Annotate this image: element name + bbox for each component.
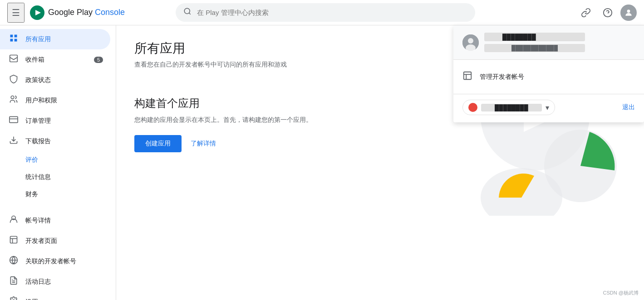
orders-icon [9,115,18,126]
logout-button[interactable]: 退出 [622,103,635,111]
users-icon [9,95,18,106]
logo: Google Play Console [30,5,125,20]
svg-line-3 [189,13,191,14]
popup-header: ████████ ████████████ [453,25,644,60]
manage-account-icon [462,71,472,83]
policy-icon [9,74,18,86]
popup-user-name: ████████ [484,33,585,41]
manage-account-item[interactable]: 管理开发者帐号 [453,65,644,88]
orders-label: 订单管理 [25,117,103,125]
linked-accounts-label: 关联的开发者帐号 [25,257,103,266]
policy-label: 政策状态 [25,76,103,84]
sidebar-item-reviews[interactable]: 评价 [0,151,110,169]
link-button[interactable] [577,4,595,22]
watermark: CSDN @杨武博 [603,290,639,296]
svg-rect-13 [10,116,18,122]
account-name: ████████ [481,104,542,111]
sidebar: 所有应用 收件箱 5 政策状态 用户和权限 [0,25,116,300]
avatar-button[interactable] [620,5,637,21]
sidebar-item-all-apps[interactable]: 所有应用 [0,29,110,49]
svg-rect-10 [15,39,17,42]
dev-page-label: 开发者页面 [25,237,103,245]
reviews-label: 评价 [25,156,38,164]
dev-page-icon [9,235,18,247]
header-right [577,4,637,22]
hamburger-button[interactable]: ☰ [7,3,25,23]
stats-label: 统计信息 [25,173,51,181]
sidebar-item-settings[interactable]: 设置 [0,292,110,300]
downloads-icon [9,135,18,147]
logo-icon [30,5,44,20]
downloads-label: 下载报告 [25,137,103,145]
sidebar-item-account[interactable]: 帐号详情 [0,210,110,231]
header-left: ☰ Google Play Console [7,3,125,23]
popup-user-info: ████████ ████████████ [484,33,585,52]
popup-footer: ████████ ▾ 退出 [453,94,644,122]
activity-log-icon [9,276,18,287]
svg-point-6 [627,10,630,13]
linked-accounts-icon [9,256,18,267]
learn-more-button[interactable]: 了解详情 [191,140,216,148]
svg-point-2 [184,8,190,14]
finance-label: 财务 [25,190,38,198]
svg-rect-31 [464,72,472,80]
settings-icon [9,296,18,300]
header: ☰ Google Play Console [0,0,644,25]
help-button[interactable] [599,4,617,22]
popup-user-email: ████████████ [484,44,585,52]
inbox-badge: 5 [94,57,103,63]
popup-avatar [462,34,479,51]
chevron-down-icon: ▾ [546,103,549,112]
search-input[interactable] [197,9,467,16]
svg-point-12 [11,96,14,99]
sidebar-item-policy[interactable]: 政策状态 [0,70,110,90]
sidebar-item-orders[interactable]: 订单管理 [0,111,110,131]
manage-account-label: 管理开发者帐号 [480,73,524,81]
apps-icon [9,34,18,45]
user-popup: ████████ ████████████ 管理开发者帐号 ████████ ▾… [453,25,644,122]
inbox-label: 收件箱 [25,56,87,64]
popup-body: 管理开发者帐号 [453,60,644,94]
svg-rect-17 [10,237,17,243]
account-icon [9,215,18,226]
inbox-icon [9,54,18,65]
sidebar-item-finance[interactable]: 财务 [0,186,110,203]
sidebar-item-linked-accounts[interactable]: 关联的开发者帐号 [0,251,110,271]
account-label: 帐号详情 [25,217,103,225]
all-apps-label: 所有应用 [25,35,103,44]
users-label: 用户和权限 [25,97,103,105]
sidebar-item-activity-log[interactable]: 活动日志 [0,271,110,292]
activity-log-label: 活动日志 [25,278,103,286]
sidebar-item-users[interactable]: 用户和权限 [0,90,110,111]
sidebar-item-stats[interactable]: 统计信息 [0,169,110,186]
account-selector[interactable]: ████████ ▾ [462,100,555,115]
svg-rect-8 [15,35,17,38]
sidebar-item-inbox[interactable]: 收件箱 5 [0,49,110,70]
svg-rect-7 [10,35,13,38]
create-app-button[interactable]: 创建应用 [134,135,182,152]
settings-label: 设置 [25,298,103,300]
search-bar [176,3,475,22]
search-icon [183,7,192,18]
svg-rect-9 [10,39,13,42]
svg-rect-11 [10,55,18,62]
svg-point-29 [468,38,473,44]
sidebar-item-downloads[interactable]: 下载报告 [0,131,110,151]
sidebar-item-dev-page[interactable]: 开发者页面 [0,231,110,251]
account-dot [468,103,477,112]
logo-text: Google Play Console [48,8,125,17]
